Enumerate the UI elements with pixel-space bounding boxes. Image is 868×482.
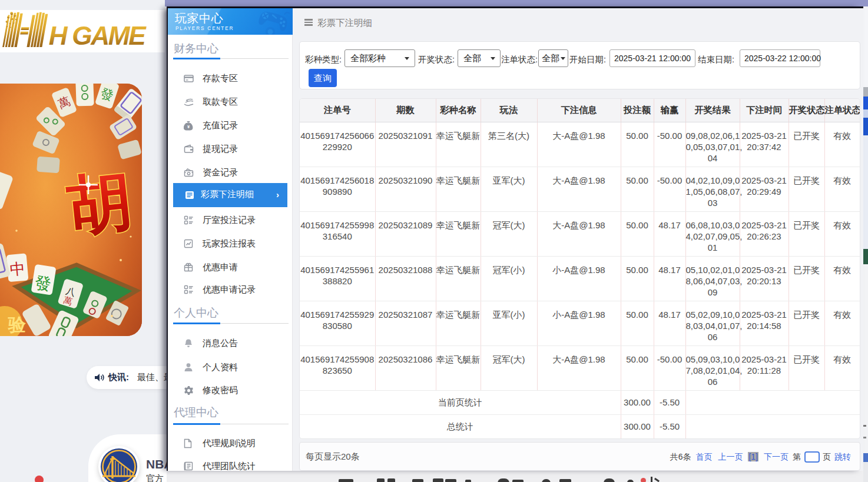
svg-text:中: 中 (9, 260, 26, 278)
svg-text:發: 發 (34, 273, 53, 294)
svg-text:验: 验 (8, 315, 26, 334)
svg-text:H GAME: H GAME (49, 21, 147, 50)
svg-text:胡: 胡 (63, 164, 135, 243)
